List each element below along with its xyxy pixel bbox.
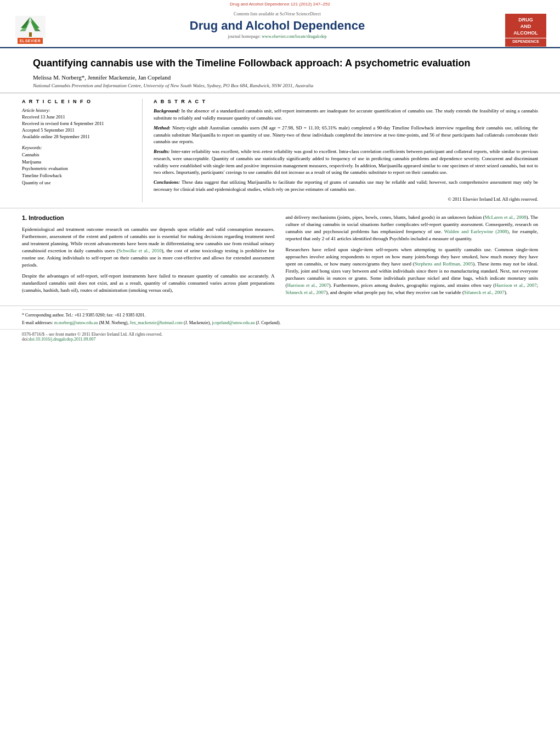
results-label: Results:	[154, 149, 169, 154]
keyword-3: Psychometric evaluation	[22, 165, 134, 172]
article-info-col: A R T I C L E I N F O Article history: R…	[22, 99, 143, 202]
page: Drug and Alcohol Dependence 121 (2012) 2…	[0, 0, 560, 741]
method-text: Ninety-eight adult Australian cannabis u…	[154, 125, 538, 145]
svg-rect-1	[29, 32, 32, 37]
intro-para4: Researchers have relied upon single-item…	[286, 246, 539, 296]
email-label: E-mail addresses:	[22, 320, 53, 325]
journal-homepage: journal homepage: www.elsevier.com/locat…	[55, 34, 500, 39]
abstract-text: Background: In the absence of a standard…	[154, 108, 538, 202]
section-title-text: Introduction	[29, 214, 64, 221]
ref-sifaneck2[interactable]: Sifaneck et al., 2007	[464, 290, 505, 295]
revised-date: Received in revised form 4 September 201…	[22, 121, 134, 127]
ref-schwilke[interactable]: Schwilke et al., 2010	[118, 248, 162, 253]
intro-section-title: 1. Introduction	[22, 214, 275, 223]
sciverse-line: Contents lists available at SciVerse Sci…	[55, 12, 500, 16]
doi: doi:doi:10.1016/j.drugalcdep.2011.09.007	[22, 337, 538, 342]
issn: 0376-8716/$ – see front matter © 2011 El…	[22, 332, 538, 337]
intro-para2: Despite the advantages of self-report, s…	[22, 273, 275, 294]
email2-name: (J. Mackenzie),	[184, 320, 211, 325]
article-title-section: Quantifying cannabis use with the Timeli…	[0, 48, 560, 93]
email3[interactable]: jcopeland@unsw.edu.au	[212, 320, 255, 325]
background-label: Background:	[154, 108, 180, 114]
article-info-abstract: A R T I C L E I N F O Article history: R…	[0, 93, 560, 208]
keywords-list: Cannabis Marijuana Psychometric evaluati…	[22, 151, 134, 186]
elsevier-tree-icon	[15, 16, 46, 38]
section-number: 1.	[22, 214, 27, 221]
copyright: © 2011 Elsevier Ireland Ltd. All rights …	[154, 196, 538, 202]
history-label: Article history:	[22, 108, 134, 113]
doi-link[interactable]: doi:10.1016/j.drugalcdep.2011.09.007	[29, 337, 95, 342]
abstract-heading: A B S T R A C T	[154, 99, 538, 104]
abstract-method: Method: Ninety-eight adult Australian ca…	[154, 125, 538, 145]
col-left: 1. Introduction Epidemiological and trea…	[22, 214, 275, 301]
abstract-results: Results: Inter-rater reliability was exc…	[154, 148, 538, 176]
email1-name: (M.M. Norberg),	[99, 320, 128, 325]
col-right: and delivery mechanisms (joints, pipes, …	[286, 214, 539, 301]
footnote-divider	[22, 309, 88, 310]
ref-sifaneck1[interactable]: Sifaneck et al., 2007	[286, 290, 326, 295]
journal-logo-right: DRUGANDALCOHOL DEPENDENCE	[505, 12, 549, 47]
keyword-2: Marijuana	[22, 159, 134, 166]
elsevier-logo: ELSEVIER	[11, 12, 49, 45]
email1[interactable]: m.norberg@unsw.edu.au	[54, 320, 98, 325]
journal-logo-box: DRUGANDALCOHOL DEPENDENCE	[505, 14, 546, 47]
conclusions-text: These data suggest that utilizing Mariju…	[154, 179, 538, 192]
email3-name: (J. Copeland).	[256, 320, 280, 325]
ref-mclaren[interactable]: McLaren et al., 2008	[485, 214, 527, 220]
journal-top-info: Drug and Alcohol Dependence 121 (2012) 2…	[0, 0, 560, 8]
keyword-1: Cannabis	[22, 151, 134, 159]
ref-harrison2[interactable]: Harrison et al., 2007	[495, 282, 536, 288]
journal-name: Drug and Alcohol Dependence	[55, 19, 500, 33]
footnote-section: * Corresponding author. Tel.: +61 2 9385…	[0, 306, 560, 329]
conclusions-label: Conclusions:	[154, 179, 180, 185]
ref-stephens[interactable]: Stephens and Roffman, 2005	[415, 261, 473, 267]
footnote-emails: E-mail addresses: m.norberg@unsw.edu.au …	[22, 320, 538, 326]
ref-harrison1[interactable]: Harrison et al., 2007	[287, 282, 329, 288]
keyword-5: Quantity of use	[22, 179, 134, 186]
article-authors: Melissa M. Norberg*, Jennifer Mackenzie,…	[33, 74, 527, 81]
article-title: Quantifying cannabis use with the Timeli…	[33, 57, 527, 70]
accepted-date: Accepted 5 September 2011	[22, 127, 134, 134]
abstract-background: Background: In the absence of a standard…	[154, 108, 538, 122]
available-date: Available online 28 September 2011	[22, 134, 134, 140]
intro-para3: and delivery mechanisms (joints, pipes, …	[286, 214, 539, 242]
keywords-section: Keywords: Cannabis Marijuana Psychometri…	[22, 145, 134, 186]
background-text: In the absence of a standardized cannabi…	[154, 108, 538, 121]
bottom-bar: 0376-8716/$ – see front matter © 2011 El…	[0, 329, 560, 344]
journal-header: ELSEVIER Contents lists available at Sci…	[0, 8, 560, 47]
header-center: Contents lists available at SciVerse Sci…	[49, 12, 505, 41]
method-label: Method:	[154, 125, 171, 131]
abstract-conclusions: Conclusions: These data suggest that uti…	[154, 179, 538, 193]
intro-para1: Epidemiological and treatment outcome re…	[22, 226, 275, 269]
main-content: 1. Introduction Epidemiological and trea…	[0, 208, 560, 306]
ref-walden[interactable]: Walden and Earleywine (2008)	[444, 229, 509, 234]
email2[interactable]: Jen_mackenzie@hotmail.com	[130, 320, 183, 325]
article-info-heading: A R T I C L E I N F O	[22, 99, 134, 104]
results-text: Inter-rater reliability was excellent, w…	[154, 149, 538, 175]
keywords-label: Keywords:	[22, 145, 134, 150]
intro-para1-text: Epidemiological and treatment outcome re…	[22, 227, 275, 268]
keyword-4: Timeline Followback	[22, 172, 134, 179]
abstract-col: A B S T R A C T Background: In the absen…	[154, 99, 538, 202]
article-affiliation: National Cannabis Prevention and Informa…	[33, 83, 527, 88]
footnote-star: * Corresponding author. Tel.: +61 2 9385…	[22, 312, 538, 318]
elsevier-label: ELSEVIER	[18, 38, 43, 44]
received-date: Received 13 June 2011	[22, 114, 134, 121]
homepage-url[interactable]: www.elsevier.com/locate/drugalcdep	[262, 34, 326, 39]
